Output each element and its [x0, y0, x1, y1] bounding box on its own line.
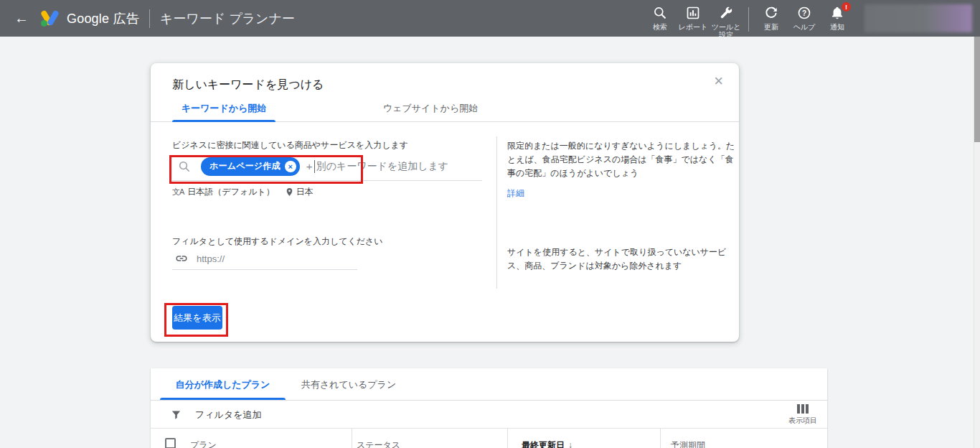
learn-more-link[interactable]: 詳細 — [507, 187, 524, 200]
wrench-icon — [719, 6, 733, 20]
chip-label: ホームページ作成 — [209, 160, 281, 172]
show-results-button[interactable]: 結果を表示 — [172, 306, 222, 330]
active-tab-indicator — [160, 398, 286, 400]
nav-help[interactable]: ? ヘルプ — [788, 6, 821, 31]
header-nav: 検索 レポート ツールと設定 更新 ? ヘルプ — [644, 6, 854, 37]
columns-button[interactable]: 表示項目 — [788, 404, 817, 426]
reports-icon — [686, 6, 700, 20]
filter-funnel-icon[interactable] — [171, 409, 182, 420]
plans-panel: 自分が作成したプラン 共有されているプラン フィルタを追加 表示項目 プラン ス… — [151, 368, 827, 448]
notification-badge: ! — [842, 2, 851, 11]
keyword-chip[interactable]: ホームページ作成 × — [201, 157, 300, 176]
plans-tabs: 自分が作成したプラン 共有されているプラン — [151, 368, 827, 401]
domain-placeholder: https:// — [197, 253, 225, 264]
help-icon: ? — [797, 6, 811, 20]
location-pin-icon — [285, 187, 294, 197]
account-info-blurred[interactable] — [864, 4, 972, 32]
tab-my-plans[interactable]: 自分が作成したプラン — [160, 368, 286, 401]
add-filter-button[interactable]: フィルタを追加 — [195, 401, 262, 429]
svg-text:?: ? — [802, 9, 806, 17]
tab-start-with-keywords[interactable]: キーワードから開始 — [172, 98, 275, 122]
back-arrow-icon[interactable]: ← — [9, 6, 34, 32]
search-icon — [178, 160, 191, 173]
column-header-status[interactable]: ステータス — [357, 439, 400, 448]
location-value[interactable]: 日本 — [296, 186, 314, 198]
nav-notifications[interactable]: ! 通知 — [821, 6, 854, 31]
modal-title: 新しいキーワードを見つける — [172, 78, 324, 93]
scrollbar-thumb[interactable] — [974, 37, 980, 142]
select-all-checkbox[interactable] — [165, 438, 176, 448]
keyword-input[interactable]: ホームページ作成 × + 別のキーワードを追加します — [172, 152, 482, 181]
column-divider — [352, 429, 352, 448]
nav-divider — [748, 7, 749, 32]
google-ads-logo — [40, 10, 60, 27]
modal-tabs: キーワードから開始 ウェブサイトから開始 — [151, 98, 739, 122]
active-tab-indicator — [172, 120, 275, 122]
language-value[interactable]: 日本語（デフォルト） — [187, 186, 274, 198]
nav-refresh[interactable]: 更新 — [755, 6, 788, 31]
domain-help-text: サイトを使用すると、サイトで取り扱っていないサービス、商品、ブランドは対象から除… — [507, 246, 737, 273]
find-keywords-modal: 新しいキーワードを見つける × キーワードから開始 ウェブサイトから開始 ビジネ… — [151, 63, 739, 342]
add-keyword-plus: + — [306, 160, 313, 172]
domain-input[interactable]: https:// — [172, 248, 357, 270]
nav-search[interactable]: 検索 — [644, 6, 677, 31]
column-divider — [660, 429, 661, 448]
search-icon — [653, 6, 667, 20]
filter-bar: フィルタを追加 表示項目 — [151, 401, 827, 429]
columns-icon — [797, 404, 809, 414]
domain-input-label: フィルタとして使用するドメインを入力してください — [172, 235, 383, 248]
app-header: ← Google 広告 キーワード プランナー 検索 レポート ツールと設定 — [0, 0, 980, 37]
column-header-last-updated[interactable]: 最終更新日↓ — [522, 439, 573, 448]
brand-name: Google 広告 — [67, 10, 139, 27]
chip-remove-icon[interactable]: × — [285, 161, 296, 172]
keyword-placeholder: 別のキーワードを追加します — [316, 160, 449, 173]
nav-reports[interactable]: レポート — [677, 6, 710, 31]
keyword-input-label: ビジネスに密接に関連している商品やサービスを入力します — [172, 139, 408, 151]
language-location-row: 文A 日本語（デフォルト） 日本 — [172, 186, 314, 198]
columns-label: 表示項目 — [788, 416, 817, 426]
tab-shared-plans[interactable]: 共有されているプラン — [298, 368, 400, 401]
keyword-help-text: 限定的または一般的になりすぎないようにしましょう。たとえば、食品宅配ビジネスの場… — [507, 139, 737, 180]
header-divider — [149, 9, 150, 28]
column-header-plan[interactable]: プラン — [190, 439, 217, 448]
refresh-icon — [764, 6, 778, 20]
page-title: キーワード プランナー — [160, 10, 295, 27]
column-divider — [507, 429, 508, 448]
column-header-forecast-period[interactable]: 予測期間 — [671, 439, 705, 448]
link-icon — [175, 252, 188, 265]
sort-descending-icon: ↓ — [568, 440, 573, 448]
text-cursor — [314, 160, 315, 173]
nav-tools-settings[interactable]: ツールと設定 — [710, 6, 743, 37]
translate-icon: 文A — [172, 187, 184, 197]
close-icon[interactable]: × — [714, 73, 723, 89]
content-vertical-divider — [496, 136, 497, 289]
tab-start-with-website[interactable]: ウェブサイトから開始 — [366, 98, 495, 122]
vertical-scrollbar[interactable] — [974, 37, 980, 448]
plans-table-header: プラン ステータス 最終更新日↓ 予測期間 — [151, 429, 827, 448]
